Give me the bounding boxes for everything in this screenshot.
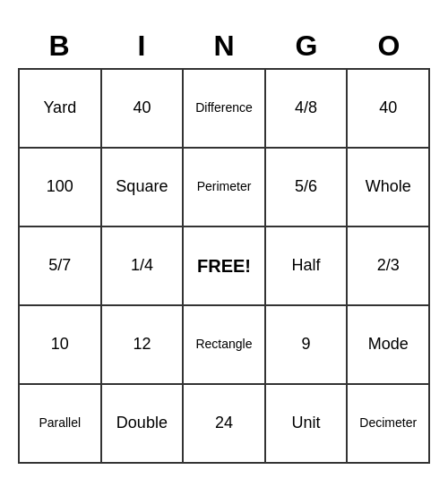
- cell-r0-c2: Difference: [184, 70, 266, 149]
- cell-r3-c3: 9: [266, 306, 349, 385]
- cell-r2-c0: 5/7: [20, 227, 102, 306]
- header-letter: N: [183, 24, 265, 68]
- header-letter: O: [348, 24, 430, 68]
- cell-r2-c3: Half: [266, 227, 349, 306]
- cell-r3-c0: 10: [20, 306, 102, 385]
- cell-r4-c0: Parallel: [20, 385, 102, 464]
- header-letter: I: [100, 24, 183, 68]
- bingo-grid: Yard40Difference4/840100SquarePerimeter5…: [18, 68, 430, 464]
- cell-r2-c4: 2/3: [348, 227, 430, 306]
- bingo-card: BINGO Yard40Difference4/840100SquarePeri…: [18, 24, 430, 464]
- bingo-header: BINGO: [18, 24, 430, 68]
- cell-r1-c4: Whole: [348, 149, 430, 227]
- cell-r0-c1: 40: [102, 70, 185, 149]
- cell-r3-c4: Mode: [348, 306, 430, 385]
- cell-r4-c2: 24: [184, 385, 266, 464]
- cell-r2-c2: FREE!: [184, 227, 266, 306]
- cell-r4-c3: Unit: [266, 385, 349, 464]
- cell-r2-c1: 1/4: [102, 227, 185, 306]
- header-letter: B: [18, 24, 100, 68]
- cell-r1-c1: Square: [102, 149, 185, 227]
- cell-r0-c3: 4/8: [266, 70, 349, 149]
- cell-r1-c2: Perimeter: [184, 149, 266, 227]
- cell-r3-c2: Rectangle: [184, 306, 266, 385]
- cell-r0-c0: Yard: [20, 70, 102, 149]
- cell-r0-c4: 40: [348, 70, 430, 149]
- cell-r4-c4: Decimeter: [348, 385, 430, 464]
- cell-r1-c3: 5/6: [266, 149, 349, 227]
- cell-r4-c1: Double: [102, 385, 185, 464]
- header-letter: G: [265, 24, 348, 68]
- cell-r3-c1: 12: [102, 306, 185, 385]
- cell-r1-c0: 100: [20, 149, 102, 227]
